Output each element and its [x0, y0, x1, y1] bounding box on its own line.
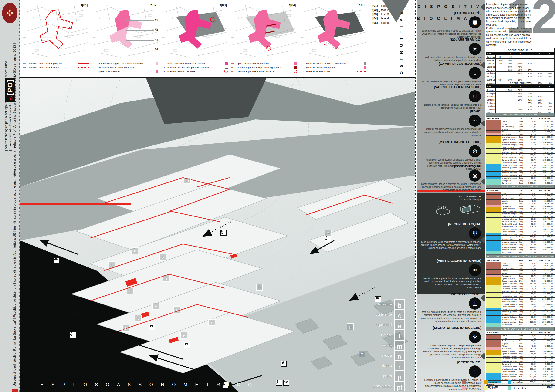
cost-row: Scavo€/mc1,078.560,000,07 % [486, 120, 555, 123]
cost-row: Opere in alluminio€/kg45,20226.000,004,0… [486, 352, 555, 355]
legend-item: 03 _ creazione porto e punto di attracco [231, 69, 297, 73]
cost-row: Fondazioni€/mq35,70357.000,002,46 % [486, 275, 555, 277]
legend-swatch-line [78, 63, 89, 64]
cost-col-descrizione: DESCRIZIONE [486, 331, 517, 334]
bio-section-text: l’acqua piovana verrà recuperata e convo… [420, 240, 482, 250]
cost-row: Canne e fognature€/mq1,6616.600,000,11 % [486, 308, 555, 311]
legend-scavi: scavi [462, 379, 484, 385]
presentation-board: ✣ | Università degli studi di Roma “La S… [0, 0, 555, 392]
bio-section-heading: [SOLARE TERMICO] [420, 38, 482, 41]
cost-col-descrizione: DESCRIZIONE [486, 189, 517, 192]
legend-swatch-square [364, 66, 366, 69]
basin-section-sketch-icon [459, 203, 482, 217]
legend-swatch-square [155, 70, 158, 73]
legend-swatch-fondazioni [462, 386, 466, 390]
cost-row: Opere strutturali€/mq221,301.770.400,001… [486, 138, 555, 141]
legend-item-label: 02 _ suddivisione area di scavo in lotti [93, 66, 158, 69]
legend-item: 02 _ creazione ponti e rampe di collegam… [231, 65, 297, 69]
wind-micropile-icon: ⊥ [469, 298, 481, 310]
cost-row: Impianto idricosanitario, antincendio e … [486, 246, 555, 248]
bio-section-heading: [ZONE D’ACQUA] [420, 164, 482, 168]
bio-section-text: collocato sulla copertura del blocco esp… [420, 56, 482, 62]
plan-marker-m: m [325, 230, 331, 236]
plan-marker-q: q [135, 315, 142, 322]
cost-row: Rinterri€/mc7,6260.960,000,56 % [486, 131, 555, 133]
legend-item: 03 _ opere di arredo urbano [301, 69, 366, 73]
building-key-item-esposizioni: esposizionie [373, 319, 405, 330]
schedule-row: Opere di sterro e rinterro30%30%30%10% [486, 62, 555, 65]
schedule-row: Piazze e percorsi20%40%40% [486, 68, 555, 72]
cost-row: Impianto elettrico€/m130,001.300.000,007… [486, 313, 555, 316]
schedule-title: OPERE PUBBLICHE [486, 48, 555, 52]
plan-marker-c: c [127, 288, 134, 294]
legend-item-label: 03 _ opere di fondazione [93, 70, 154, 73]
legend-item: 01 _ opere di finitura e allestimento [231, 61, 297, 65]
cost-row: Canne e fognature€/mq7,5060.000,000,55 % [486, 164, 555, 167]
plan-marker-b: b [153, 303, 159, 310]
cost-row: Impianto di sicurezza€/mq95,00950.000,00… [486, 316, 555, 318]
cost-col-um: U.M. [517, 189, 525, 192]
cost-row: Attrezzaturecad1.000,001.000,000,02 % [486, 251, 555, 254]
plan-marker-f: f [122, 325, 129, 332]
building-key-item-negozi: negozin [373, 350, 405, 361]
bio-section-text: posti nel parco sfruttano i flussi di ve… [420, 311, 482, 323]
cost-row: Controsoffitti e setti acustici€/mq26,00… [486, 365, 555, 368]
map-panel-f[04]: f[04]01 _ opere di finitura e allestimen… [231, 3, 297, 75]
axonometric-drawing: E S P L O S O A S S O N O M E T R I C O … [20, 78, 415, 392]
bio-section-heading: [VENTILAZIONE NATURALE] [420, 259, 482, 262]
building-key-label: fornace [381, 333, 392, 337]
bio-section: [MICROPALI EOLICI]⊥posti nel parco sfrut… [420, 292, 485, 323]
schedule-row: Ponte pedonale quota +2.00 sul fiume70%3… [486, 92, 555, 95]
schedule-row: Sistemazione quota piano di lavoro50%50% [486, 59, 555, 62]
bioclimatic-devices-column: D I S P O S I T I V I B I O C L I M A T … [417, 0, 485, 392]
cost-col-costo: COSTO TOT. [536, 258, 553, 262]
schedule-row: Centri espositivi50%30%20% [486, 102, 555, 105]
bio-section: [MICROTURBINE IDRAULICHE]∗posizionate so… [420, 326, 485, 359]
section-line [126, 21, 154, 21]
cost-row: Jet Grounding€/mc20,95104.750,002,00 % [486, 340, 555, 342]
cost-row: Jet Grounding€/mc20,9583.800,001,46 % [486, 197, 555, 200]
cost-row: Lavori di finitura€/mq23,7094.800,001,65… [486, 231, 555, 233]
schedule-col-header: Anni [486, 85, 496, 88]
cost-col-descrizione: DESCRIZIONE [486, 117, 517, 120]
legend-item: 02 _ opere di allestimento parco [301, 65, 366, 69]
cost-row: Volgrip€/mc5,4821.920,000,38 % [486, 200, 555, 202]
phyto-basin-icon: ∪ [469, 90, 481, 102]
plan-marker-c: c [131, 247, 138, 254]
cost-row: Aree prova€/mq15.000,00120.000,000,03 % [486, 179, 555, 182]
cost-row: Scavo€/mc1,075.350,000,10 % [486, 334, 555, 337]
site-plan-f[05] [301, 3, 366, 59]
geothermal-icon: ↑ [469, 365, 481, 377]
cost-row: Impianto geotermico€/mq133,74668.700,001… [486, 373, 555, 376]
bike-icon [283, 380, 289, 386]
water-tower-icon: Ψ [469, 227, 481, 240]
phase-key-item: f[03] _ fase 3 [372, 12, 389, 16]
plan-marker-pf: pf [358, 351, 365, 357]
pedestrian-icon [220, 230, 226, 236]
cost-row: Murature e tramezzi€/mq4,8224.100,000,46… [486, 360, 555, 363]
sketch-caption: schizzi dei sistemi per le vasche d’acqu… [420, 195, 482, 201]
section-line [126, 50, 154, 50]
building-key-letter: p [394, 371, 405, 381]
building-key-letter: c [394, 309, 405, 319]
map-legend: 01 _ opere di finitura e allestimento02 … [231, 61, 297, 73]
cost-col-incidenza: INCIDENZA [553, 331, 555, 334]
map-legend: 01 _ opere di finitura museo e allestime… [301, 61, 366, 73]
ventilation-chimney-icon: ↓ [469, 67, 481, 79]
building-key-item-pesca: pescap [373, 371, 405, 381]
legend-item-label: 02 _ opere di sistemazioni primarie este… [162, 66, 224, 69]
legend-item: 03 _ opere di restauro fornace [162, 69, 228, 73]
cost-row: Serramenti interni€/mq25,70205.600,001,8… [486, 159, 555, 161]
legend-item: 01 _ opere di finitura museo e allestime… [301, 61, 366, 65]
data-column: 12 Il complesso è pensato e progettato i… [485, 0, 555, 392]
cost-row: Paratie€/mc9,9639.840,000,69 % [486, 195, 555, 197]
car-icon [184, 342, 190, 348]
cost-row: Rinterri€/mc7,6230.480,000,53 % [486, 202, 555, 205]
car-icon [149, 324, 155, 330]
cost-row: Controsoffitti con isolamento acustico€/… [486, 295, 555, 298]
schedule-col-header: 0 [496, 52, 505, 55]
schedule-col-header: 3 [525, 52, 535, 55]
cost-row: Murature e tramezzi€/mq57,36229.440,003,… [486, 218, 555, 220]
expo-logo: ex[PO] [1, 79, 19, 101]
cost-row: Pavimenti e rivestimenti€/mq81,12811.200… [486, 288, 555, 290]
